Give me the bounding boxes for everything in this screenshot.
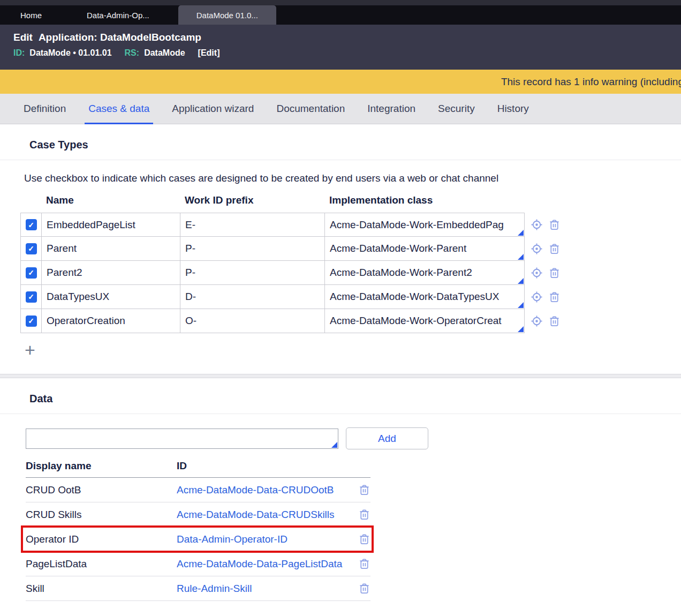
data-id-link[interactable]: Acme-DataMode-Data-CRUDOotB: [177, 484, 334, 495]
data-id-link[interactable]: Rule-Admin-Skill: [177, 583, 252, 594]
data-display-name: Operator ID: [26, 534, 177, 545]
trash-icon[interactable]: [358, 582, 370, 595]
window-tab-datamode[interactable]: DataMode 01.0...: [178, 5, 276, 25]
tab-label: History: [497, 103, 529, 115]
trash-icon[interactable]: [548, 315, 561, 327]
column-header-implementation-class: Implementation class: [325, 194, 525, 206]
implementation-class-cell[interactable]: Acme-DataMode-Work-OperatorCreat: [325, 309, 525, 333]
id-value: DataMode • 01.01.01: [29, 48, 111, 58]
tab-documentation[interactable]: Documentation: [265, 94, 356, 124]
column-header-display-name: Display name: [26, 460, 177, 472]
implementation-class: Acme-DataMode-Work-Parent: [330, 243, 466, 254]
data-id-link[interactable]: Data-Admin-Operator-ID: [177, 534, 287, 545]
gear-icon[interactable]: [531, 291, 543, 303]
data-row-highlighted: Operator ID Data-Admin-Operator-ID: [26, 527, 370, 552]
section-divider: [0, 374, 681, 378]
row-actions: [531, 243, 561, 255]
tab-security[interactable]: Security: [427, 94, 486, 124]
id-label: ID:: [13, 48, 25, 58]
window-tab-label: DataMode 01.0...: [196, 11, 258, 20]
case-name-cell[interactable]: EmbeddedPageList: [42, 213, 180, 237]
row-actions: [531, 219, 561, 231]
case-enabled-checkbox[interactable]: ✓: [26, 219, 37, 230]
header-meta-line: ID: DataMode • 01.01.01 RS: DataMode [Ed…: [13, 48, 681, 58]
data-title: Data: [0, 378, 681, 414]
trash-icon[interactable]: [358, 558, 370, 570]
case-type-row: ✓ EmbeddedPageList E- Acme-DataMode-Work…: [20, 213, 681, 237]
window-tab-home[interactable]: Home: [5, 5, 57, 25]
tab-label: Cases & data: [88, 103, 149, 115]
tab-application-wizard[interactable]: Application wizard: [161, 94, 265, 124]
data-row: CRUD Skills Acme-DataMode-Data-CRUDSkill…: [26, 502, 370, 527]
trash-icon[interactable]: [358, 508, 370, 521]
data-id-link[interactable]: Acme-DataMode-Data-PageListData: [177, 558, 342, 569]
implementation-class-cell[interactable]: Acme-DataMode-Work-Parent: [325, 237, 525, 261]
rs-value: DataMode: [144, 48, 185, 58]
tab-label: Integration: [367, 103, 415, 115]
case-type-row: ✓ DataTypesUX D- Acme-DataMode-Work-Data…: [20, 285, 681, 309]
trash-icon[interactable]: [358, 533, 370, 545]
column-header-id: ID: [177, 460, 187, 472]
data-row: Skill Rule-Admin-Skill: [26, 576, 370, 601]
case-type-row: ✓ Parent2 P- Acme-DataMode-Work-Parent2: [20, 261, 681, 285]
work-id-prefix: O-: [185, 315, 196, 327]
case-enabled-checkbox[interactable]: ✓: [26, 267, 37, 279]
implementation-class-cell[interactable]: Acme-DataMode-Work-EmbeddedPag: [325, 213, 525, 237]
case-name: OperatorCreation: [47, 315, 125, 327]
gear-icon[interactable]: [531, 243, 543, 255]
work-id-prefix-cell[interactable]: O-: [180, 309, 325, 333]
tab-integration[interactable]: Integration: [356, 94, 427, 124]
app-header: Edit Application: DataModelBootcamp ID: …: [0, 25, 681, 70]
case-name-cell[interactable]: Parent2: [42, 261, 180, 285]
implementation-class: Acme-DataMode-Work-OperatorCreat: [330, 315, 502, 327]
checkbox-cell: ✓: [20, 285, 42, 309]
trash-icon[interactable]: [548, 243, 561, 255]
window-tab-data-admin-op[interactable]: Data-Admin-Op...: [72, 5, 164, 25]
tab-definition[interactable]: Definition: [12, 94, 77, 124]
trash-icon[interactable]: [548, 291, 561, 303]
warning-bar: This record has 1 info warning (includin…: [0, 70, 681, 94]
case-enabled-checkbox[interactable]: ✓: [26, 243, 37, 254]
row-actions: [531, 267, 561, 279]
add-case-type-button plus-icon[interactable]: +: [0, 333, 35, 359]
case-name-cell[interactable]: OperatorCreation: [42, 309, 180, 333]
case-name: Parent: [47, 243, 77, 254]
gear-icon[interactable]: [531, 219, 543, 231]
checkbox-cell: ✓: [20, 213, 42, 237]
data-type-input-wrap: [26, 429, 338, 449]
implementation-class: Acme-DataMode-Work-Parent2: [330, 267, 472, 279]
implementation-class-cell[interactable]: Acme-DataMode-Work-DataTypesUX: [325, 285, 525, 309]
case-types-table: Name Work ID prefix Implementation class…: [20, 192, 681, 333]
edit-link[interactable]: [Edit]: [198, 48, 220, 58]
tab-label: Definition: [24, 103, 66, 115]
case-name-cell[interactable]: Parent: [42, 237, 180, 261]
add-data-button[interactable]: Add: [346, 427, 428, 449]
tab-label: Application wizard: [172, 103, 254, 115]
implementation-class-cell[interactable]: Acme-DataMode-Work-Parent2: [325, 261, 525, 285]
implementation-class: Acme-DataMode-Work-DataTypesUX: [330, 291, 499, 303]
trash-icon[interactable]: [548, 219, 561, 231]
work-id-prefix-cell[interactable]: P-: [180, 261, 325, 285]
data-type-input[interactable]: [26, 429, 338, 449]
autocomplete-corner-icon: [518, 302, 524, 308]
work-id-prefix: E-: [185, 219, 195, 231]
gear-icon[interactable]: [531, 315, 543, 327]
case-enabled-checkbox[interactable]: ✓: [26, 291, 37, 303]
case-name-cell[interactable]: DataTypesUX: [42, 285, 180, 309]
case-enabled-checkbox[interactable]: ✓: [26, 315, 37, 327]
screen: Home Data-Admin-Op... DataMode 01.0... E…: [0, 0, 681, 601]
data-row: PageListData Acme-DataMode-Data-PageList…: [26, 552, 370, 576]
work-id-prefix-cell[interactable]: D-: [180, 285, 325, 309]
case-types-table-header: Name Work ID prefix Implementation class: [20, 192, 681, 213]
data-id-link[interactable]: Acme-DataMode-Data-CRUDSkills: [177, 509, 335, 520]
case-name: EmbeddedPageList: [47, 219, 135, 231]
gear-icon[interactable]: [531, 267, 543, 279]
tab-history[interactable]: History: [486, 94, 540, 124]
window-tab-label: Data-Admin-Op...: [87, 11, 149, 20]
work-id-prefix-cell[interactable]: P-: [180, 237, 325, 261]
trash-icon[interactable]: [358, 484, 370, 496]
work-id-prefix-cell[interactable]: E-: [180, 213, 325, 237]
tab-cases-and-data[interactable]: Cases & data: [77, 94, 161, 124]
trash-icon[interactable]: [548, 267, 561, 279]
work-id-prefix: P-: [185, 243, 195, 254]
